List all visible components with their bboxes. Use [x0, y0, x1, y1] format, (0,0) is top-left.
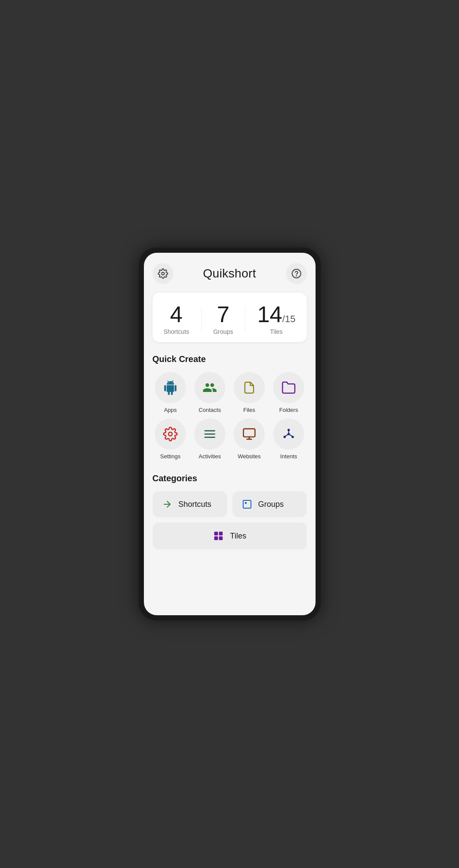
svg-line-16	[290, 434, 292, 436]
groups-stat: 7 Groups	[213, 303, 233, 335]
files-label: Files	[243, 407, 255, 413]
websites-icon	[242, 427, 256, 441]
shortcuts-label: Shortcuts	[163, 328, 189, 335]
groups-cat-icon	[242, 499, 252, 509]
svg-rect-19	[214, 532, 218, 535]
activities-label: Activities	[199, 453, 221, 460]
quick-item-settings[interactable]: Settings	[153, 418, 189, 460]
activities-icon	[203, 427, 216, 441]
categories-section: Categories Shortcuts Groups	[153, 473, 307, 549]
settings-label: Settings	[160, 453, 181, 460]
tiles-label: Tiles	[270, 328, 283, 335]
quick-grid: Apps Contacts	[153, 372, 307, 460]
contacts-icon	[202, 380, 217, 395]
stat-divider-2	[245, 306, 245, 332]
categories-grid: Shortcuts Groups	[153, 491, 307, 549]
tiles-cat-label: Tiles	[230, 532, 246, 541]
folders-icon-circle	[273, 372, 304, 403]
quick-item-files[interactable]: Files	[231, 372, 267, 413]
files-icon-circle	[234, 372, 265, 403]
help-button[interactable]	[286, 263, 307, 284]
svg-line-15	[286, 434, 288, 436]
shortcuts-count: 4	[170, 303, 182, 326]
gear-icon	[158, 268, 168, 279]
groups-category-button[interactable]: Groups	[232, 491, 307, 517]
tiles-cat-icon	[213, 530, 224, 542]
header: Quikshort	[153, 263, 307, 284]
apps-label: Apps	[164, 407, 177, 413]
svg-rect-18	[245, 502, 247, 504]
settings-button[interactable]	[153, 263, 173, 284]
svg-rect-17	[243, 500, 251, 508]
svg-point-3	[169, 432, 173, 436]
svg-rect-7	[244, 429, 255, 437]
intents-icon-circle	[273, 418, 304, 450]
shortcuts-cat-label: Shortcuts	[179, 500, 212, 509]
quick-item-apps[interactable]: Apps	[153, 372, 189, 413]
svg-point-11	[283, 436, 286, 438]
shortcuts-cat-icon	[162, 499, 173, 509]
intents-label: Intents	[280, 453, 297, 460]
websites-label: Websites	[238, 453, 260, 460]
tiles-category-button[interactable]: Tiles	[153, 522, 307, 549]
svg-rect-20	[219, 532, 223, 535]
websites-icon-circle	[234, 418, 265, 450]
folders-label: Folders	[279, 407, 298, 413]
help-icon	[291, 268, 302, 279]
phone-container: Quikshort 4 Shortcuts 7 Groups	[139, 248, 321, 620]
apps-icon-circle	[155, 372, 186, 403]
app-title: Quikshort	[203, 267, 256, 281]
quick-item-folders[interactable]: Folders	[271, 372, 307, 413]
categories-title: Categories	[153, 473, 307, 483]
svg-point-12	[292, 436, 294, 438]
svg-point-0	[162, 272, 164, 275]
tiles-stat: 14/15 Tiles	[257, 303, 295, 335]
settings-icon-circle	[155, 418, 186, 450]
quick-item-activities[interactable]: Activities	[192, 418, 228, 460]
settings-icon	[163, 427, 178, 441]
quick-item-intents[interactable]: Intents	[271, 418, 307, 460]
shortcuts-category-button[interactable]: Shortcuts	[153, 491, 227, 517]
phone-screen: Quikshort 4 Shortcuts 7 Groups	[144, 253, 316, 615]
svg-rect-22	[219, 536, 223, 540]
contacts-icon-circle	[194, 372, 225, 403]
activities-icon-circle	[194, 418, 225, 450]
quick-item-contacts[interactable]: Contacts	[192, 372, 228, 413]
groups-cat-label: Groups	[258, 500, 284, 509]
quick-create-title: Quick Create	[153, 354, 307, 364]
stat-divider-1	[201, 306, 202, 332]
intents-icon	[282, 427, 296, 441]
quick-item-websites[interactable]: Websites	[231, 418, 267, 460]
contacts-label: Contacts	[199, 407, 221, 413]
files-icon	[243, 381, 256, 394]
svg-point-10	[287, 429, 290, 431]
folders-icon	[281, 380, 296, 395]
shortcuts-stat: 4 Shortcuts	[163, 303, 189, 335]
tiles-count: 14/15	[257, 303, 295, 326]
groups-count: 7	[217, 303, 229, 326]
groups-label: Groups	[213, 328, 233, 335]
quick-create-section: Quick Create Apps	[153, 354, 307, 460]
stats-card: 4 Shortcuts 7 Groups 14/15 Tiles	[153, 293, 307, 342]
svg-rect-21	[214, 536, 218, 540]
android-icon	[163, 380, 178, 395]
